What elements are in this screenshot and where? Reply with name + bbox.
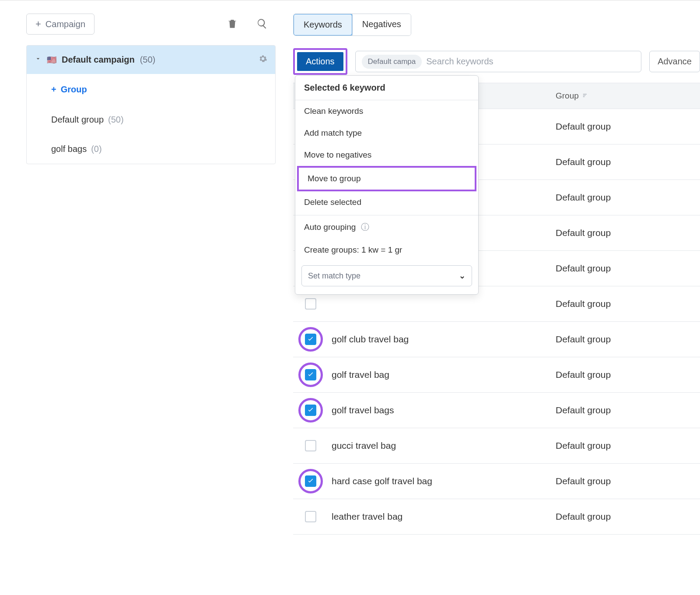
checkbox-highlight bbox=[298, 469, 323, 493]
menu-move-to-group[interactable]: Move to group bbox=[297, 166, 476, 191]
search-icon[interactable] bbox=[255, 16, 270, 32]
table-row: golf club travel bagDefault group bbox=[293, 322, 700, 357]
keyword-text: hard case golf travel bag bbox=[332, 476, 432, 486]
campaign-count: (50) bbox=[140, 55, 156, 65]
checkbox-highlight bbox=[298, 363, 323, 387]
group-name: Default group bbox=[51, 115, 104, 125]
td-keyword: golf travel bags bbox=[293, 393, 547, 428]
add-campaign-button[interactable]: + Campaign bbox=[26, 14, 94, 35]
checkbox-highlight bbox=[298, 398, 323, 422]
td-group: Default group bbox=[547, 254, 700, 282]
toolbar: Actions Selected 6 keyword Clean keyword… bbox=[293, 48, 700, 75]
row-checkbox[interactable] bbox=[305, 440, 316, 451]
td-group: Default group bbox=[547, 503, 700, 531]
keyword-text: golf travel bag bbox=[332, 370, 389, 380]
main: Keywords Negatives Actions Selected 6 ke… bbox=[293, 14, 700, 535]
sidebar: + Campaign 🇺🇸 Default campaign (50) bbox=[26, 14, 276, 164]
checkbox-wrap bbox=[302, 366, 319, 384]
table-row: hard case golf travel bagDefault group bbox=[293, 464, 700, 499]
table-row: golf travel bagsDefault group bbox=[293, 393, 700, 428]
menu-auto-grouping[interactable]: Auto grouping ⓘ bbox=[295, 215, 478, 239]
td-group: Default group bbox=[547, 219, 700, 247]
campaign-tree: 🇺🇸 Default campaign (50) + Group Default… bbox=[26, 45, 276, 164]
group-name: golf bags bbox=[51, 144, 87, 154]
keyword-text: golf travel bags bbox=[332, 405, 394, 415]
td-keyword: golf club travel bag bbox=[293, 322, 547, 357]
gear-icon[interactable] bbox=[259, 54, 267, 65]
menu-delete-selected[interactable]: Delete selected bbox=[295, 191, 478, 213]
search-chip[interactable]: Default campa bbox=[362, 55, 422, 69]
checkbox-wrap bbox=[302, 508, 319, 525]
keyword-text: golf club travel bag bbox=[332, 334, 409, 345]
group-count: (0) bbox=[91, 144, 102, 154]
set-match-type-label: Set match type bbox=[308, 271, 360, 281]
add-group-button[interactable]: + Group bbox=[27, 74, 275, 105]
checkbox-wrap bbox=[302, 472, 319, 490]
add-group-label: Group bbox=[61, 84, 87, 95]
checkbox-wrap bbox=[302, 437, 319, 454]
sidebar-group-item[interactable]: Default group (50) bbox=[27, 105, 275, 134]
menu-create-groups[interactable]: Create groups: 1 kw = 1 gr bbox=[295, 239, 478, 261]
set-match-type-select[interactable]: Set match type ⌄ bbox=[301, 265, 472, 286]
td-group: Default group bbox=[547, 148, 700, 176]
td-group: Default group bbox=[547, 325, 700, 353]
th-group[interactable]: Group bbox=[547, 83, 700, 109]
tab-keywords[interactable]: Keywords bbox=[293, 14, 353, 36]
keyword-text: leather travel bag bbox=[332, 511, 402, 522]
checkbox-wrap bbox=[302, 331, 319, 348]
td-group: Default group bbox=[547, 183, 700, 211]
actions-highlight: Actions Selected 6 keyword Clean keyword… bbox=[293, 48, 347, 75]
checkbox-wrap bbox=[302, 295, 319, 313]
td-keyword: hard case golf travel bag bbox=[293, 464, 547, 499]
actions-menu: Selected 6 keyword Clean keywords Add ma… bbox=[295, 75, 479, 295]
actions-button[interactable]: Actions bbox=[297, 52, 343, 71]
sort-icon bbox=[582, 91, 588, 101]
row-checkbox[interactable] bbox=[305, 511, 316, 522]
table-row: golf travel bagDefault group bbox=[293, 357, 700, 393]
info-icon: ⓘ bbox=[361, 222, 369, 232]
add-campaign-label: Campaign bbox=[46, 19, 85, 29]
td-keyword: gucci travel bag bbox=[293, 428, 547, 463]
campaign-name: Default campaign bbox=[62, 55, 135, 65]
flag-icon: 🇺🇸 bbox=[47, 55, 56, 65]
keyword-text: gucci travel bag bbox=[332, 440, 396, 451]
menu-add-match-type[interactable]: Add match type bbox=[295, 122, 478, 144]
advanced-filters-button[interactable]: Advance bbox=[649, 51, 700, 72]
checkbox-highlight bbox=[298, 327, 323, 352]
plus-icon: + bbox=[51, 84, 56, 95]
menu-clean-keywords[interactable]: Clean keywords bbox=[295, 100, 478, 122]
td-group: Default group bbox=[547, 113, 700, 141]
actions-menu-header: Selected 6 keyword bbox=[295, 76, 478, 100]
sidebar-group-item[interactable]: golf bags (0) bbox=[27, 134, 275, 164]
table-row: gucci travel bagDefault group bbox=[293, 428, 700, 464]
checkbox-wrap bbox=[302, 401, 319, 419]
td-group: Default group bbox=[547, 290, 700, 318]
chevron-down-icon: ⌄ bbox=[459, 271, 466, 281]
td-group: Default group bbox=[547, 361, 700, 389]
search-box[interactable]: Default campa bbox=[355, 51, 642, 72]
tab-negatives[interactable]: Negatives bbox=[352, 14, 411, 35]
campaign-row[interactable]: 🇺🇸 Default campaign (50) bbox=[27, 46, 275, 74]
menu-move-to-negatives[interactable]: Move to negatives bbox=[295, 144, 478, 166]
plus-icon: + bbox=[35, 18, 41, 30]
tabs: Keywords Negatives bbox=[293, 14, 411, 36]
trash-icon[interactable] bbox=[225, 16, 240, 32]
group-count: (50) bbox=[108, 115, 124, 125]
td-group: Default group bbox=[547, 467, 700, 495]
td-keyword: golf travel bag bbox=[293, 357, 547, 392]
row-checkbox[interactable] bbox=[305, 298, 316, 310]
td-group: Default group bbox=[547, 432, 700, 460]
search-input[interactable] bbox=[426, 54, 635, 69]
table-row: leather travel bagDefault group bbox=[293, 499, 700, 535]
td-keyword: leather travel bag bbox=[293, 499, 547, 534]
td-group: Default group bbox=[547, 396, 700, 424]
chevron-down-icon bbox=[35, 55, 42, 64]
